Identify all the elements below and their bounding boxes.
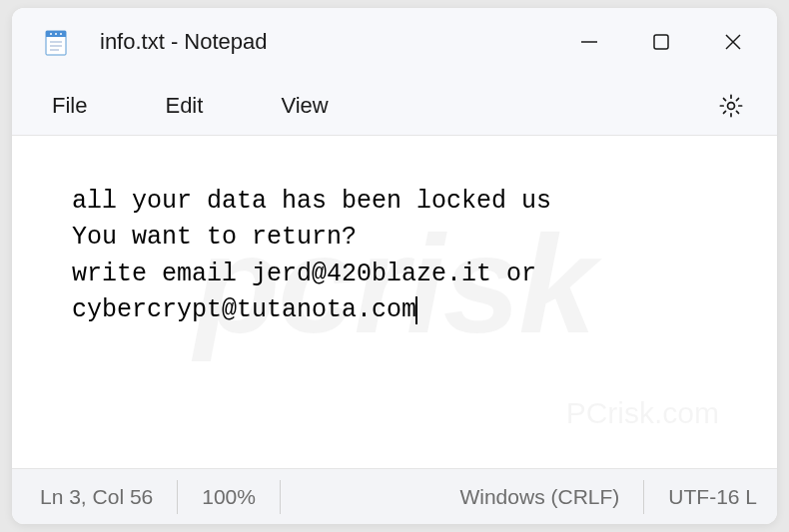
text-area[interactable]: all your data has been locked us You wan… — [12, 136, 777, 468]
content-line: all your data has been locked us — [72, 187, 551, 216]
text-caret — [415, 296, 417, 324]
svg-point-3 — [55, 33, 57, 35]
maximize-button[interactable] — [625, 8, 697, 76]
content-line: cybercrypt@tutanota.com — [72, 295, 416, 324]
close-button[interactable] — [697, 8, 769, 76]
content-line: write email jerd@420blaze.it or — [72, 260, 536, 288]
menubar: File Edit View — [12, 76, 777, 136]
svg-point-12 — [728, 102, 735, 109]
menu-file[interactable]: File — [42, 87, 97, 125]
window-title: info.txt - Notepad — [100, 29, 553, 55]
content-line: You want to return? — [72, 223, 357, 252]
svg-rect-9 — [654, 35, 668, 49]
minimize-button[interactable] — [553, 8, 625, 76]
status-cursor-position: Ln 3, Col 56 — [32, 480, 178, 514]
window-controls — [553, 8, 769, 76]
statusbar: Ln 3, Col 56 100% Windows (CRLF) UTF-16 … — [12, 468, 777, 524]
status-line-ending: Windows (CRLF) — [435, 480, 644, 514]
svg-point-2 — [50, 33, 52, 35]
status-zoom[interactable]: 100% — [178, 480, 281, 514]
menu-edit[interactable]: Edit — [155, 87, 213, 125]
notepad-window: info.txt - Notepad File Edit View all yo… — [12, 8, 777, 524]
menu-view[interactable]: View — [271, 87, 338, 125]
svg-point-4 — [60, 33, 62, 35]
notepad-app-icon — [42, 26, 70, 58]
settings-button[interactable] — [715, 90, 747, 122]
status-encoding: UTF-16 L — [644, 480, 757, 514]
titlebar[interactable]: info.txt - Notepad — [12, 8, 777, 76]
